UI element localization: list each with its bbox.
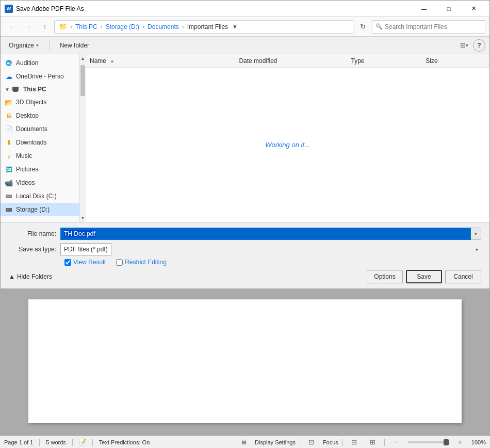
page-layout-button[interactable]: ⊞ <box>366 436 380 449</box>
sidebar-item-videos[interactable]: 📹 Videos <box>1 176 79 189</box>
status-sep-1 <box>39 439 40 446</box>
maximize-button[interactable]: □ <box>437 1 461 17</box>
restrict-editing-checkbox[interactable] <box>116 259 123 266</box>
save-as-type-select[interactable]: PDF files (*.pdf) <box>60 243 111 255</box>
sidebar-item-music[interactable]: ♪ Music <box>1 149 79 163</box>
sidebar-item-downloads[interactable]: ⬇ Downloads <box>1 136 79 149</box>
documents-icon: 📄 <box>5 125 13 133</box>
music-label: Music <box>16 152 32 159</box>
sidebar-item-storage[interactable]: Storage (D:) <box>1 203 79 216</box>
desktop-label: Desktop <box>16 112 39 119</box>
column-date-modified[interactable]: Date modified <box>239 57 351 65</box>
column-name[interactable]: Name ▲ <box>90 57 239 65</box>
sidebar-item-3d-objects[interactable]: 📂 3D Objects <box>1 95 79 109</box>
status-sep-4 <box>300 439 300 446</box>
focus-button[interactable]: ⊡ <box>304 436 319 449</box>
hide-folders-button[interactable]: ▲ Hide Folders <box>9 273 52 280</box>
breadcrumb-this-pc[interactable]: This PC <box>75 23 97 30</box>
sidebar-scrollbar[interactable]: ▲ ▼ <box>79 54 86 222</box>
view-result-label: View Result <box>73 259 106 266</box>
videos-icon: 📹 <box>5 179 13 187</box>
organize-button[interactable]: Organize ▾ <box>5 39 43 52</box>
app-icon: W <box>5 5 13 13</box>
scroll-up-button[interactable]: ▲ <box>80 54 86 62</box>
audition-label: Audition <box>16 59 38 67</box>
thispc-expand-icon[interactable]: ▼ <box>5 87 10 92</box>
proofing-marks-icon: 📝 <box>79 439 86 445</box>
save-dialog: W Save Adobe PDF File As — □ ✕ ← → ↑ 📁 ›… <box>0 0 490 289</box>
save-button[interactable]: Save <box>406 270 442 283</box>
column-layout-button[interactable]: ⊟ <box>347 436 362 449</box>
zoom-in-button[interactable]: + <box>453 436 467 449</box>
local-disk-icon <box>5 192 13 200</box>
sidebar: Au Audition ☁ OneDrive - Perso ▼ This PC <box>1 54 79 222</box>
breadcrumb-documents[interactable]: Documents <box>148 23 179 30</box>
view-icon: ⊞ <box>460 41 466 49</box>
hide-folders-label: Hide Folders <box>17 273 52 280</box>
audition-icon: Au <box>5 59 13 67</box>
focus-icon: ⊡ <box>308 438 314 446</box>
back-button[interactable]: ← <box>5 20 19 34</box>
svg-rect-3 <box>13 91 18 92</box>
column-size[interactable]: Size <box>426 57 485 65</box>
file-name-input-wrapper: ▾ <box>60 228 481 240</box>
sidebar-item-local-disk[interactable]: Local Disk (C:) <box>1 189 79 203</box>
breadcrumb-bar: 📁 › This PC › Storage (D:) › Documents ›… <box>54 20 353 34</box>
scroll-down-button[interactable]: ▼ <box>80 214 86 222</box>
breadcrumb-dropdown-button[interactable]: ▾ <box>230 20 239 34</box>
minimize-button[interactable]: — <box>412 1 436 17</box>
column-headers: Name ▲ Date modified Type Size <box>86 54 489 68</box>
sidebar-item-documents[interactable]: 📄 Documents <box>1 122 79 136</box>
cancel-button[interactable]: Cancel <box>445 270 481 283</box>
text-predictions: Text Predictions: On <box>99 439 150 445</box>
loading-text: Working on it... <box>265 141 310 149</box>
view-result-checkbox[interactable] <box>64 259 71 266</box>
close-button[interactable]: ✕ <box>462 1 485 17</box>
svg-rect-2 <box>12 87 19 91</box>
organize-dropdown-arrow: ▾ <box>36 43 39 48</box>
onedrive-icon: ☁ <box>5 72 13 81</box>
sidebar-item-onedrive[interactable]: ☁ OneDrive - Perso <box>1 70 79 83</box>
restrict-editing-checkbox-label[interactable]: Restrict Editing <box>116 259 167 266</box>
up-button[interactable]: ↑ <box>38 20 52 34</box>
sort-arrow: ▲ <box>110 58 115 63</box>
sidebar-item-desktop[interactable]: 🖥 Desktop <box>1 109 79 122</box>
search-input[interactable] <box>385 23 482 30</box>
save-as-type-dropdown-arrow: ▾ <box>476 247 478 252</box>
search-icon: 🔍 <box>375 23 383 30</box>
document-page <box>28 299 462 423</box>
file-name-dropdown-button[interactable]: ▾ <box>471 228 481 240</box>
file-name-input[interactable] <box>60 228 471 240</box>
zoom-out-button[interactable]: − <box>389 436 403 449</box>
local-disk-label: Local Disk (C:) <box>16 193 57 200</box>
refresh-button[interactable]: ↻ <box>355 20 370 34</box>
display-settings-icon: 🖥 <box>240 438 247 446</box>
dialog-title: Save Adobe PDF File As <box>16 5 412 12</box>
save-as-type-label: Save as type: <box>9 246 60 253</box>
sidebar-item-pictures[interactable]: 🖼 Pictures <box>1 163 79 176</box>
view-result-checkbox-label[interactable]: View Result <box>64 259 106 266</box>
forward-button[interactable]: → <box>21 20 36 34</box>
proofing-icon: 📝 <box>79 439 86 445</box>
help-button[interactable]: ? <box>473 39 485 52</box>
bottom-section: File name: ▾ Save as type: PDF files (*.… <box>1 222 489 289</box>
display-settings-button[interactable]: 🖥 <box>236 436 251 449</box>
toolbar: Organize ▾ New folder ⊞ ▾ ? <box>1 37 489 54</box>
thispc-text: This PC <box>23 86 46 93</box>
sidebar-item-audition[interactable]: Au Audition <box>1 56 79 70</box>
view-options-button[interactable]: ⊞ ▾ <box>458 39 471 52</box>
thispc-label <box>12 86 21 93</box>
storage-icon <box>5 205 13 214</box>
text-predictions-text: Text Predictions: On <box>99 439 150 445</box>
breadcrumb-storage[interactable]: Storage (D:) <box>106 23 139 30</box>
3d-objects-label: 3D Objects <box>16 99 46 106</box>
word-count: 5 words <box>46 439 66 445</box>
options-button[interactable]: Options <box>367 270 403 283</box>
page-info: Page 1 of 1 <box>4 439 33 445</box>
zoom-slider[interactable] <box>407 441 449 443</box>
view-dropdown-arrow: ▾ <box>466 43 468 48</box>
downloads-icon: ⬇ <box>5 138 13 147</box>
thispc-section-header: ▼ This PC <box>1 83 79 95</box>
new-folder-button[interactable]: New folder <box>56 39 93 52</box>
column-type[interactable]: Type <box>351 57 426 65</box>
